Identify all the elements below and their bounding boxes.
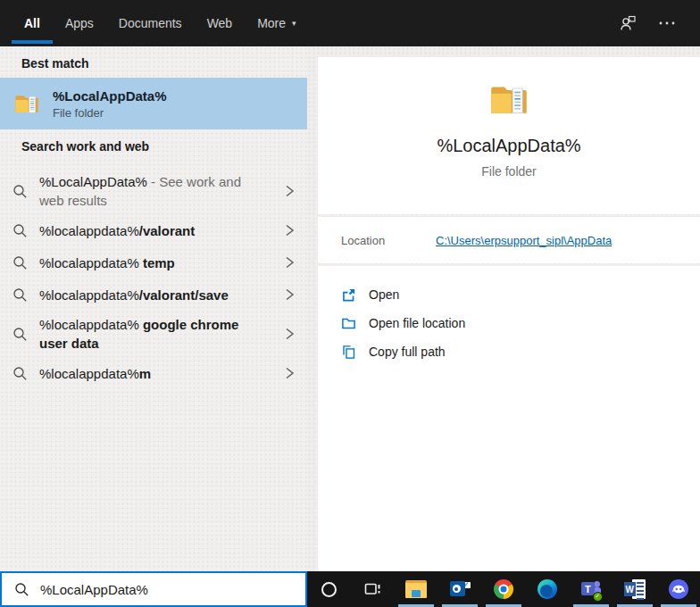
best-match-header: Best match [0,46,307,78]
suggestion-list: %LocalAppData% - See work and web result… [0,168,307,389]
folder-icon [12,89,41,118]
suggestion-text: %localappdata%m [39,364,268,383]
best-match-result[interactable]: %LocalAppData% File folder [0,78,307,129]
preview-panel: %LocalAppData% File folder Location C:\U… [307,46,700,571]
suggestion-query: %LocalAppData% [39,174,147,189]
suggestion-row[interactable]: %LocalAppData% - See work and web result… [0,168,307,214]
taskbar: T✓ W [307,571,700,607]
chrome-button[interactable] [482,571,526,607]
best-match-title: %LocalAppData% [53,88,167,104]
user-account-icon[interactable] [618,13,638,33]
file-explorer-icon [405,580,427,598]
suggestion-row[interactable]: %localappdata% google chrome user data [0,311,307,357]
file-explorer-button[interactable] [395,571,438,607]
suggestion-text: %localappdata%/valorant [39,221,268,240]
insert-suggestion-chevron-icon[interactable] [271,255,307,270]
suggestion-row[interactable]: %localappdata%m [0,357,307,389]
open-action-label: Open [369,287,399,302]
insert-suggestion-chevron-icon[interactable] [271,184,307,198]
topbar-actions [618,0,700,46]
location-link[interactable]: C:\Users\erpsupport_sipl\AppData [436,234,612,247]
suggestion-text: %localappdata% google chrome user data [39,315,268,353]
suggestion-completion: /valorant/save [139,287,229,303]
tab-all[interactable]: All [12,0,53,46]
suggestion-completion: /valorant [139,223,196,238]
suggestion-text: %localappdata% temp [39,254,268,272]
filter-tabs: All Apps Documents Web More ▾ [0,0,309,46]
search-icon [0,366,39,381]
task-view-icon [363,580,382,598]
tab-more[interactable]: More ▾ [245,0,308,46]
search-icon [0,255,39,270]
tab-apps[interactable]: Apps [53,0,106,46]
windows-search-panel: All Apps Documents Web More ▾ [0,0,700,607]
chevron-down-icon: ▾ [292,19,296,28]
insert-suggestion-chevron-icon[interactable] [271,327,307,341]
best-match-text: %LocalAppData% File folder [53,88,167,120]
discord-icon [669,579,688,599]
folder-icon [487,77,531,121]
tab-more-label: More [257,16,286,30]
copy-icon [341,344,357,360]
tab-web[interactable]: Web [195,0,246,46]
edge-button[interactable] [525,571,569,607]
preview-subtitle: File folder [481,164,536,179]
open-action[interactable]: Open [318,280,700,309]
teams-button[interactable]: T✓ [569,571,612,607]
edge-icon [538,579,557,599]
preview-header-card: %LocalAppData% File folder [318,57,700,214]
suggestion-row[interactable]: %localappdata%/valorant [0,214,307,246]
discord-button[interactable] [656,571,700,607]
word-icon: W [624,579,646,599]
more-options-icon[interactable] [657,13,677,33]
task-view-button[interactable] [351,571,395,607]
search-filter-bar: All Apps Documents Web More ▾ [0,0,700,46]
search-icon [14,582,29,597]
suggestion-row[interactable]: %localappdata% temp [0,246,307,279]
suggestion-query: %localappdata% [39,255,143,270]
results-panel: Best match %LocalAppData% File folder Se… [0,46,307,571]
search-icon [0,287,39,303]
outlook-button[interactable] [438,571,482,607]
suggestion-query: %localappdata% [39,366,139,381]
copy-full-path-action[interactable]: Copy full path [318,337,700,366]
cortana-icon [321,582,337,597]
suggestion-query: %localappdata% [39,223,139,238]
location-label: Location [341,234,436,247]
outlook-icon [450,579,471,599]
insert-suggestion-chevron-icon[interactable] [271,366,307,380]
insert-suggestion-chevron-icon[interactable] [271,287,307,302]
open-file-location-action[interactable]: Open file location [318,309,700,337]
suggestion-completion: m [139,366,151,381]
suggestion-text: %localappdata%/valorant/save [39,286,268,304]
open-file-location-label: Open file location [369,316,465,330]
open-file-location-icon [341,315,357,331]
cortana-button[interactable] [307,571,351,607]
suggestion-query: %localappdata% [39,287,139,303]
suggestion-query: %localappdata% [39,317,143,332]
preview-title: %LocalAppData% [437,136,580,156]
search-icon [0,223,39,238]
search-work-web-header: Search work and web [0,129,307,161]
search-icon [0,184,39,199]
teams-icon: T✓ [581,579,601,599]
search-icon [0,327,39,342]
taskbar-search-box[interactable] [0,571,307,607]
word-button[interactable]: W [612,571,656,607]
suggestion-completion: temp [143,255,175,270]
suggestion-row[interactable]: %localappdata%/valorant/save [0,279,307,311]
chrome-icon [494,579,513,599]
location-card: Location C:\Users\erpsupport_sipl\AppDat… [318,217,700,263]
open-icon [341,287,357,303]
copy-full-path-label: Copy full path [369,345,446,359]
insert-suggestion-chevron-icon[interactable] [271,223,307,237]
suggestion-text: %LocalAppData% - See work and web result… [39,172,268,210]
actions-card: Open Open file location Copy full path [318,266,700,571]
search-input[interactable] [40,582,305,597]
best-match-subtitle: File folder [53,106,167,120]
tab-documents[interactable]: Documents [106,0,195,46]
